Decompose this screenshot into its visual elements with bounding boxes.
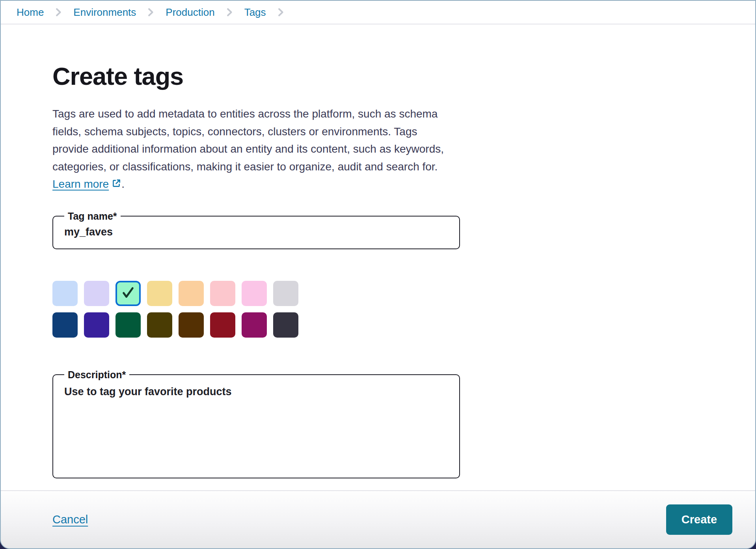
color-swatch-543003[interactable] [179, 312, 204, 338]
color-swatch-fbcf9d[interactable] [179, 281, 204, 306]
color-swatch-38209c[interactable] [84, 312, 109, 338]
breadcrumb-item-home[interactable]: Home [17, 6, 44, 19]
color-swatch-fbc5e7[interactable] [242, 281, 267, 306]
description-label: Description* [64, 369, 129, 381]
color-palette [52, 281, 298, 338]
check-icon [120, 284, 136, 303]
external-link-icon [111, 176, 121, 194]
chevron-right-icon [278, 7, 284, 17]
chevron-right-icon [148, 7, 154, 17]
tag-name-fieldset: Tag name* [52, 211, 460, 249]
color-swatch-d8d2f8[interactable] [84, 281, 109, 306]
breadcrumb-item-tags[interactable]: Tags [244, 6, 266, 19]
color-swatch-fcc7cd[interactable] [210, 281, 235, 306]
chevron-right-icon [227, 7, 233, 17]
intro-text-body: Tags are used to add metadata to entitie… [52, 108, 444, 173]
color-swatch-4a3c04[interactable] [147, 312, 172, 338]
intro-text-period: . [121, 178, 125, 190]
intro-text: Tags are used to add metadata to entitie… [52, 105, 452, 194]
color-swatch-02593a[interactable] [115, 312, 141, 338]
color-swatch-8c1220[interactable] [210, 312, 235, 338]
dialog-body: Create tags Tags are used to add metadat… [1, 24, 755, 490]
description-textarea[interactable]: Use to tag your favorite products [64, 385, 447, 467]
page-title: Create tags [52, 62, 755, 90]
cancel-button[interactable]: Cancel [52, 513, 88, 526]
learn-more-label: Learn more [52, 178, 109, 190]
color-swatch-343340[interactable] [273, 312, 298, 338]
color-swatch-0e3e78[interactable] [52, 312, 78, 338]
description-fieldset: Description* Use to tag your favorite pr… [52, 369, 460, 478]
breadcrumb: Home Environments Production Tags [1, 1, 755, 24]
tag-name-label: Tag name* [64, 211, 121, 222]
create-tags-dialog: Home Environments Production Tags Create… [0, 0, 756, 549]
chevron-right-icon [56, 7, 61, 17]
create-button[interactable]: Create [666, 504, 732, 535]
color-swatch-8e1164[interactable] [242, 312, 267, 338]
tag-name-input[interactable] [64, 224, 447, 241]
color-swatch-d7d6dc[interactable] [273, 281, 298, 306]
dialog-footer: Cancel Create [1, 490, 755, 548]
color-swatch-c6dbfa[interactable] [52, 281, 78, 306]
learn-more-link[interactable]: Learn more [52, 178, 121, 190]
breadcrumb-item-production[interactable]: Production [166, 6, 214, 19]
breadcrumb-item-environments[interactable]: Environments [73, 6, 136, 19]
color-swatch-97f6c9[interactable] [115, 281, 141, 306]
color-swatch-f5db92[interactable] [147, 281, 172, 306]
